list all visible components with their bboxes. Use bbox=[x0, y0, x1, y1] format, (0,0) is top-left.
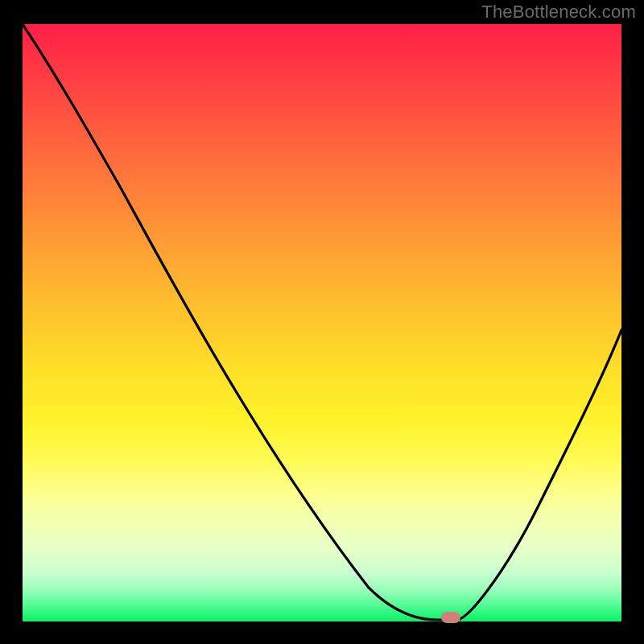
chart-frame: TheBottleneck.com bbox=[0, 0, 644, 644]
plot-area bbox=[23, 24, 621, 621]
optimal-marker bbox=[441, 612, 460, 623]
attribution-text: TheBottleneck.com bbox=[481, 2, 636, 23]
curve-path bbox=[23, 24, 621, 620]
bottleneck-curve bbox=[23, 24, 621, 621]
